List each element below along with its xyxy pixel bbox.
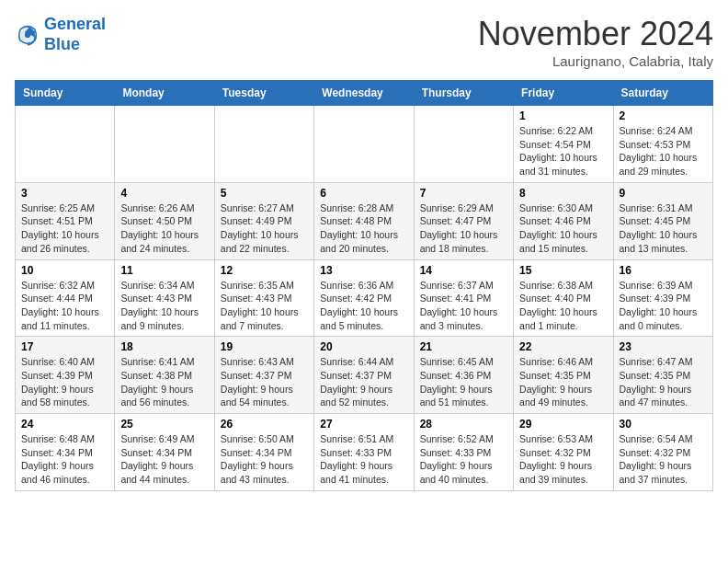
day-info: Sunrise: 6:22 AMSunset: 4:54 PMDaylight:… (519, 124, 607, 178)
calendar-cell: 14Sunrise: 6:37 AMSunset: 4:41 PMDayligh… (414, 259, 513, 337)
calendar-cell (414, 106, 513, 183)
day-number: 17 (21, 340, 108, 353)
calendar-body: 1Sunrise: 6:22 AMSunset: 4:54 PMDaylight… (16, 106, 713, 491)
calendar-cell: 9Sunrise: 6:31 AMSunset: 4:45 PMDaylight… (613, 182, 712, 259)
week-row-2: 3Sunrise: 6:25 AMSunset: 4:51 PMDaylight… (16, 182, 713, 259)
calendar-cell: 10Sunrise: 6:32 AMSunset: 4:44 PMDayligh… (16, 259, 115, 337)
calendar-cell: 27Sunrise: 6:51 AMSunset: 4:33 PMDayligh… (314, 414, 414, 491)
day-info: Sunrise: 6:52 AMSunset: 4:33 PMDaylight:… (420, 432, 507, 487)
day-number: 4 (120, 187, 208, 200)
day-info: Sunrise: 6:26 AMSunset: 4:50 PMDaylight:… (120, 201, 208, 256)
day-info: Sunrise: 6:27 AMSunset: 4:49 PMDaylight:… (221, 201, 308, 256)
day-info: Sunrise: 6:45 AMSunset: 4:36 PMDaylight:… (420, 355, 507, 409)
calendar-cell: 6Sunrise: 6:28 AMSunset: 4:48 PMDaylight… (314, 182, 414, 259)
calendar-cell: 22Sunrise: 6:46 AMSunset: 4:35 PMDayligh… (514, 337, 613, 414)
day-number: 11 (120, 264, 208, 277)
day-number: 12 (221, 264, 308, 277)
calendar-cell: 26Sunrise: 6:50 AMSunset: 4:34 PMDayligh… (214, 414, 313, 491)
day-number: 23 (620, 340, 707, 353)
calendar-cell: 13Sunrise: 6:36 AMSunset: 4:42 PMDayligh… (314, 259, 414, 337)
day-info: Sunrise: 6:28 AMSunset: 4:48 PMDaylight:… (320, 201, 407, 256)
day-info: Sunrise: 6:54 AMSunset: 4:32 PMDaylight:… (620, 432, 707, 487)
day-info: Sunrise: 6:25 AMSunset: 4:51 PMDaylight:… (21, 201, 108, 256)
day-number: 2 (620, 109, 707, 122)
day-number: 22 (519, 340, 607, 353)
calendar-cell: 23Sunrise: 6:47 AMSunset: 4:35 PMDayligh… (613, 337, 712, 414)
day-number: 15 (519, 264, 607, 277)
day-number: 5 (221, 187, 308, 200)
day-info: Sunrise: 6:41 AMSunset: 4:38 PMDaylight:… (120, 355, 208, 409)
calendar-cell: 16Sunrise: 6:39 AMSunset: 4:39 PMDayligh… (613, 259, 712, 337)
day-number: 19 (221, 340, 308, 353)
day-info: Sunrise: 6:43 AMSunset: 4:37 PMDaylight:… (221, 355, 308, 409)
weekday-header-tuesday: Tuesday (214, 81, 313, 106)
calendar-cell: 20Sunrise: 6:44 AMSunset: 4:37 PMDayligh… (314, 337, 414, 414)
logo-text: General Blue (44, 15, 106, 54)
day-number: 1 (519, 109, 607, 122)
day-number: 20 (320, 340, 407, 353)
day-number: 21 (420, 340, 507, 353)
calendar-cell: 29Sunrise: 6:53 AMSunset: 4:32 PMDayligh… (514, 414, 613, 491)
calendar-cell (115, 106, 214, 183)
week-row-1: 1Sunrise: 6:22 AMSunset: 4:54 PMDaylight… (16, 106, 713, 183)
week-row-5: 24Sunrise: 6:48 AMSunset: 4:34 PMDayligh… (16, 414, 713, 491)
logo: General Blue (15, 15, 106, 54)
calendar-cell: 17Sunrise: 6:40 AMSunset: 4:39 PMDayligh… (16, 337, 115, 414)
calendar-table: SundayMondayTuesdayWednesdayThursdayFrid… (15, 80, 713, 491)
calendar-cell: 24Sunrise: 6:48 AMSunset: 4:34 PMDayligh… (16, 414, 115, 491)
day-number: 9 (620, 187, 707, 200)
logo-icon (15, 22, 40, 48)
weekday-header-friday: Friday (514, 81, 613, 106)
calendar-cell: 1Sunrise: 6:22 AMSunset: 4:54 PMDaylight… (514, 106, 613, 183)
day-info: Sunrise: 6:50 AMSunset: 4:34 PMDaylight:… (221, 432, 308, 487)
day-number: 29 (519, 418, 607, 431)
day-info: Sunrise: 6:48 AMSunset: 4:34 PMDaylight:… (21, 432, 108, 487)
day-info: Sunrise: 6:53 AMSunset: 4:32 PMDaylight:… (519, 432, 607, 487)
day-number: 16 (620, 264, 707, 277)
calendar-cell: 5Sunrise: 6:27 AMSunset: 4:49 PMDaylight… (214, 182, 313, 259)
day-info: Sunrise: 6:39 AMSunset: 4:39 PMDaylight:… (620, 279, 707, 333)
calendar-cell: 15Sunrise: 6:38 AMSunset: 4:40 PMDayligh… (514, 259, 613, 337)
day-info: Sunrise: 6:29 AMSunset: 4:47 PMDaylight:… (420, 201, 507, 256)
calendar-cell: 4Sunrise: 6:26 AMSunset: 4:50 PMDaylight… (115, 182, 214, 259)
calendar-cell: 21Sunrise: 6:45 AMSunset: 4:36 PMDayligh… (414, 337, 513, 414)
calendar-cell: 25Sunrise: 6:49 AMSunset: 4:34 PMDayligh… (115, 414, 214, 491)
day-info: Sunrise: 6:36 AMSunset: 4:42 PMDaylight:… (320, 279, 407, 333)
day-info: Sunrise: 6:37 AMSunset: 4:41 PMDaylight:… (420, 279, 507, 333)
calendar-cell: 2Sunrise: 6:24 AMSunset: 4:53 PMDaylight… (613, 106, 712, 183)
day-info: Sunrise: 6:47 AMSunset: 4:35 PMDaylight:… (620, 355, 707, 409)
calendar-cell: 19Sunrise: 6:43 AMSunset: 4:37 PMDayligh… (214, 337, 313, 414)
calendar-cell: 12Sunrise: 6:35 AMSunset: 4:43 PMDayligh… (214, 259, 313, 337)
calendar-cell: 7Sunrise: 6:29 AMSunset: 4:47 PMDaylight… (414, 182, 513, 259)
weekday-header-row: SundayMondayTuesdayWednesdayThursdayFrid… (16, 81, 713, 106)
calendar-cell: 30Sunrise: 6:54 AMSunset: 4:32 PMDayligh… (613, 414, 712, 491)
day-info: Sunrise: 6:30 AMSunset: 4:46 PMDaylight:… (519, 201, 607, 256)
weekday-header-sunday: Sunday (16, 81, 115, 106)
day-number: 3 (21, 187, 108, 200)
week-row-4: 17Sunrise: 6:40 AMSunset: 4:39 PMDayligh… (16, 337, 713, 414)
day-number: 8 (519, 187, 607, 200)
calendar-cell: 8Sunrise: 6:30 AMSunset: 4:46 PMDaylight… (514, 182, 613, 259)
day-number: 27 (320, 418, 407, 431)
day-number: 13 (320, 264, 407, 277)
day-info: Sunrise: 6:32 AMSunset: 4:44 PMDaylight:… (21, 279, 108, 333)
day-info: Sunrise: 6:49 AMSunset: 4:34 PMDaylight:… (120, 432, 208, 487)
calendar-cell: 3Sunrise: 6:25 AMSunset: 4:51 PMDaylight… (16, 182, 115, 259)
weekday-header-saturday: Saturday (613, 81, 712, 106)
day-info: Sunrise: 6:40 AMSunset: 4:39 PMDaylight:… (21, 355, 108, 409)
day-info: Sunrise: 6:38 AMSunset: 4:40 PMDaylight:… (519, 279, 607, 333)
day-number: 30 (620, 418, 707, 431)
calendar-cell (16, 106, 115, 183)
week-row-3: 10Sunrise: 6:32 AMSunset: 4:44 PMDayligh… (16, 259, 713, 337)
day-number: 26 (221, 418, 308, 431)
day-info: Sunrise: 6:34 AMSunset: 4:43 PMDaylight:… (120, 279, 208, 333)
calendar-cell (214, 106, 313, 183)
location-subtitle: Laurignano, Calabria, Italy (478, 53, 713, 69)
day-number: 10 (21, 264, 108, 277)
day-info: Sunrise: 6:44 AMSunset: 4:37 PMDaylight:… (320, 355, 407, 409)
day-info: Sunrise: 6:35 AMSunset: 4:43 PMDaylight:… (221, 279, 308, 333)
weekday-header-thursday: Thursday (414, 81, 513, 106)
day-number: 14 (420, 264, 507, 277)
page-header: General Blue November 2024 Laurignano, C… (15, 15, 713, 69)
day-info: Sunrise: 6:46 AMSunset: 4:35 PMDaylight:… (519, 355, 607, 409)
